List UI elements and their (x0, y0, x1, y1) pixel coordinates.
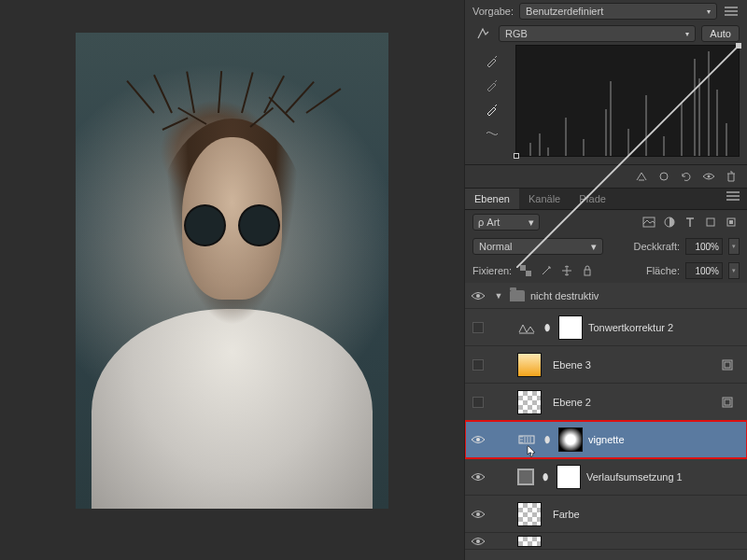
mask-thumbnail[interactable] (558, 427, 583, 452)
layer-name: Verlaufsumsetzung 1 (586, 471, 683, 483)
layer-row[interactable]: ⬮ Tonwertkorrektur 2 (465, 309, 747, 346)
smart-object-icon (719, 357, 736, 373)
layers-list: ▼ nicht destruktiv ⬮ Tonwertkorrektur 2 … (465, 283, 747, 560)
mask-thumbnail[interactable] (557, 465, 581, 489)
visibility-toggle[interactable] (469, 430, 487, 449)
visibility-toggle[interactable] (469, 356, 487, 374)
link-icon[interactable]: ⬮ (540, 471, 551, 483)
svg-line-0 (516, 46, 739, 268)
eyedropper-grey-icon[interactable] (484, 77, 500, 93)
layer-row[interactable]: Ebene 2 (465, 384, 747, 421)
visibility-toggle[interactable] (469, 468, 487, 486)
layer-name: Tonwertkorrektur 2 (588, 322, 673, 333)
layer-group[interactable]: ▼ nicht destruktiv (465, 283, 747, 309)
visibility-toggle[interactable] (469, 393, 487, 412)
blend-mode-value: Normal (479, 241, 512, 252)
svg-rect-9 (526, 271, 531, 276)
svg-rect-15 (725, 399, 730, 405)
layer-row-partial[interactable] (465, 533, 747, 550)
layer-name: nicht destruktiv (530, 290, 599, 301)
svg-point-20 (476, 539, 480, 543)
eyedropper-black-icon[interactable] (484, 52, 500, 69)
smart-object-icon (719, 394, 736, 411)
eyedropper-white-icon[interactable] (484, 101, 500, 118)
tab-layers[interactable]: Ebenen (465, 189, 519, 209)
chevron-down-icon: ▾ (707, 7, 711, 16)
mask-thumbnail[interactable] (558, 315, 583, 340)
visibility-toggle[interactable] (469, 532, 487, 551)
layer-thumbnail[interactable] (517, 502, 542, 526)
auto-button[interactable]: Auto (701, 25, 740, 42)
layer-row-selected[interactable]: ⬮ vignette (465, 421, 747, 458)
visibility-toggle[interactable] (469, 505, 487, 524)
preset-label: Vorgabe: (472, 6, 514, 17)
channel-select[interactable]: RGB ▾ (499, 25, 696, 42)
pencil-icon[interactable] (484, 125, 500, 142)
visibility-toggle[interactable] (469, 318, 487, 337)
svg-rect-13 (725, 362, 730, 368)
collapse-toggle[interactable]: ▼ (493, 291, 504, 301)
layer-thumbnail[interactable] (517, 536, 542, 547)
preset-value: Benutzerdefiniert (526, 6, 603, 17)
svg-point-11 (476, 294, 480, 298)
document-canvas[interactable] (76, 33, 388, 509)
channel-value: RGB (505, 28, 528, 39)
gradient-map-icon (517, 430, 536, 449)
svg-rect-10 (585, 270, 590, 275)
layer-name: Ebene 2 (553, 397, 591, 408)
chevron-down-icon: ▾ (685, 30, 689, 38)
finger-icon[interactable] (472, 26, 493, 41)
layer-thumbnail[interactable] (517, 353, 542, 377)
svg-point-16 (476, 438, 480, 441)
panel-menu-icon[interactable] (723, 4, 740, 19)
svg-point-18 (476, 475, 480, 479)
layer-row[interactable]: Ebene 3 (465, 346, 747, 384)
link-icon[interactable]: ⬮ (542, 322, 553, 333)
lock-label: Fixieren: (472, 265, 512, 276)
layer-name: Farbe (553, 509, 580, 520)
layer-name: Ebene 3 (553, 359, 591, 371)
properties-panel: Vorgabe: Benutzerdefiniert ▾ RGB ▾ Auto (464, 0, 747, 560)
layer-name: vignette (588, 434, 625, 445)
canvas-area (0, 0, 464, 560)
layer-row[interactable]: Farbe (465, 496, 747, 533)
svg-point-19 (476, 512, 480, 516)
folder-icon (510, 290, 525, 301)
preset-select[interactable]: Benutzerdefiniert ▾ (519, 3, 717, 20)
layer-thumbnail[interactable] (517, 390, 542, 414)
link-icon[interactable]: ⬮ (542, 434, 553, 445)
gradient-icon (517, 469, 534, 485)
layer-row[interactable]: ⬮ Verlaufsumsetzung 1 (465, 458, 747, 496)
visibility-toggle[interactable] (469, 287, 487, 305)
curves-graph[interactable] (515, 45, 740, 157)
levels-icon (517, 318, 536, 337)
